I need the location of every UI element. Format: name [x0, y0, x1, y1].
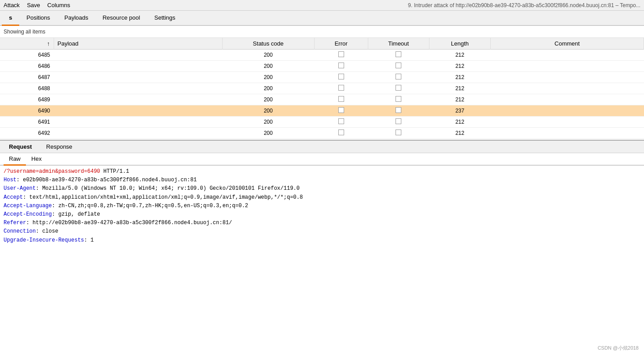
col-status[interactable]: Status code: [222, 38, 314, 50]
timeout-checkbox[interactable]: [396, 129, 401, 135]
header-name: Accept-Language: [4, 203, 52, 209]
error-checkbox[interactable]: [338, 51, 344, 57]
cell-timeout[interactable]: [368, 117, 429, 128]
cell-length: 212: [429, 50, 490, 61]
cell-payload: [54, 72, 222, 83]
timeout-checkbox[interactable]: [396, 107, 401, 113]
cell-error[interactable]: [314, 128, 368, 139]
request-line: User-Agent: Mozilla/5.0 (Windows NT 10.0…: [4, 184, 640, 193]
col-payload[interactable]: Payload: [54, 38, 222, 50]
error-checkbox[interactable]: [338, 85, 344, 91]
cell-payload: [54, 94, 222, 105]
col-timeout[interactable]: Timeout: [368, 38, 429, 50]
col-length[interactable]: Length: [429, 38, 490, 50]
cell-timeout[interactable]: [368, 72, 429, 83]
cell-status: 200: [222, 61, 314, 72]
error-checkbox[interactable]: [338, 129, 344, 135]
tab-positions[interactable]: Positions: [19, 11, 57, 26]
error-checkbox[interactable]: [338, 118, 344, 124]
attack-button[interactable]: Attack: [4, 2, 20, 8]
table-row[interactable]: 6486200212: [0, 61, 644, 72]
main-tabs: s Positions Payloads Resource pool Setti…: [0, 11, 644, 26]
toolbar: Attack Save Columns 9. Intruder attack o…: [0, 0, 644, 11]
header-value: : http://e02b90b8-ae39-4270-a83b-a5c300f…: [26, 220, 232, 226]
col-comment[interactable]: Comment: [490, 38, 644, 50]
cell-length: 212: [429, 72, 490, 83]
timeout-checkbox[interactable]: [396, 74, 401, 79]
results-table: ↑ Payload Status code Error Timeout Leng…: [0, 38, 644, 139]
cell-id: 6491: [0, 117, 54, 128]
tab-response[interactable]: Response: [41, 141, 78, 153]
header-value: : text/html,application/xhtml+xml,applic…: [23, 194, 303, 200]
table-row[interactable]: 6488200212: [0, 83, 644, 94]
timeout-checkbox[interactable]: [396, 85, 401, 91]
cell-error[interactable]: [314, 94, 368, 105]
cell-timeout[interactable]: [368, 83, 429, 94]
cell-payload: [54, 105, 222, 117]
cell-payload: [54, 128, 222, 139]
tab-s[interactable]: s: [2, 11, 19, 26]
cell-timeout[interactable]: [368, 50, 429, 61]
cell-error[interactable]: [314, 72, 368, 83]
cell-error[interactable]: [314, 117, 368, 128]
cell-length: 212: [429, 117, 490, 128]
subtab-hex[interactable]: Hex: [26, 153, 47, 166]
window-title: 9. Intruder attack of http://e02b90b8-ae…: [408, 2, 640, 8]
timeout-checkbox[interactable]: [396, 63, 401, 68]
cell-status: 200: [222, 105, 314, 117]
columns-button[interactable]: Columns: [47, 2, 70, 8]
filter-text: Showing all items: [4, 29, 45, 35]
table-row[interactable]: 6489200212: [0, 94, 644, 105]
table-row[interactable]: 6490200237: [0, 105, 644, 117]
timeout-checkbox[interactable]: [396, 96, 401, 102]
cell-timeout[interactable]: [368, 94, 429, 105]
timeout-checkbox[interactable]: [396, 118, 401, 124]
cell-payload: [54, 61, 222, 72]
subtab-raw[interactable]: Raw: [4, 153, 26, 166]
cell-length: 212: [429, 94, 490, 105]
error-checkbox[interactable]: [338, 63, 344, 68]
error-checkbox[interactable]: [338, 107, 344, 113]
cell-comment: [490, 61, 644, 72]
tab-request[interactable]: Request: [4, 141, 37, 153]
cell-status: 200: [222, 50, 314, 61]
timeout-checkbox[interactable]: [396, 51, 401, 57]
cell-error[interactable]: [314, 105, 368, 117]
header-name: Connection: [4, 228, 36, 234]
cell-length: 212: [429, 128, 490, 139]
request-line: Accept-Language: zh-CN,zh;q=0.8,zh-TW;q=…: [4, 202, 640, 210]
header-value: : gzip, deflate: [52, 211, 100, 217]
request-line: Accept-Encoding: gzip, deflate: [4, 210, 640, 219]
cell-status: 200: [222, 128, 314, 139]
cell-status: 200: [222, 72, 314, 83]
cell-id: 6486: [0, 61, 54, 72]
cell-error[interactable]: [314, 61, 368, 72]
cell-timeout[interactable]: [368, 128, 429, 139]
cell-error[interactable]: [314, 83, 368, 94]
cell-error[interactable]: [314, 50, 368, 61]
cell-timeout[interactable]: [368, 105, 429, 117]
table-row[interactable]: 6491200212: [0, 117, 644, 128]
cell-id: 6492: [0, 128, 54, 139]
request-line: Upgrade-Insecure-Requests: 1: [4, 236, 640, 245]
cell-length: 212: [429, 83, 490, 94]
table-row[interactable]: 6487200212: [0, 72, 644, 83]
request-url-part: /?username=admin&password=6490: [4, 168, 100, 175]
col-id[interactable]: ↑: [0, 38, 54, 50]
header-name: Referer: [4, 220, 26, 226]
cell-comment: [490, 105, 644, 117]
error-checkbox[interactable]: [338, 96, 344, 102]
tab-resource-pool[interactable]: Resource pool: [95, 11, 147, 26]
tab-payloads[interactable]: Payloads: [57, 11, 95, 26]
error-checkbox[interactable]: [338, 74, 344, 79]
cell-comment: [490, 117, 644, 128]
table-row[interactable]: 6492200212: [0, 128, 644, 139]
results-table-container[interactable]: ↑ Payload Status code Error Timeout Leng…: [0, 38, 644, 141]
cell-comment: [490, 128, 644, 139]
col-error[interactable]: Error: [314, 38, 368, 50]
table-row[interactable]: 6485200212: [0, 50, 644, 61]
save-button[interactable]: Save: [27, 2, 40, 8]
cell-payload: [54, 117, 222, 128]
tab-settings[interactable]: Settings: [147, 11, 182, 26]
cell-timeout[interactable]: [368, 61, 429, 72]
